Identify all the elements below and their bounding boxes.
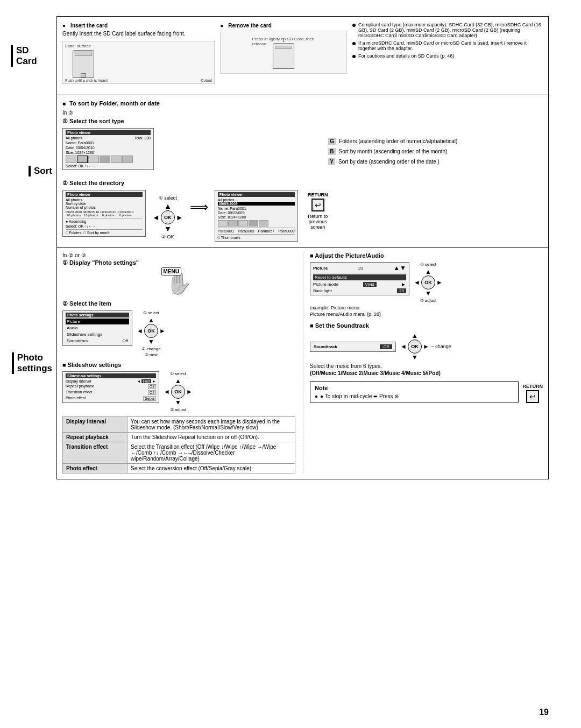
- ps-next-label: ③ next: [145, 352, 158, 357]
- ok-btn-sort[interactable]: OK: [161, 210, 175, 224]
- return-label-right: RETURN: [523, 384, 543, 389]
- ss-display-label: Display interval: [66, 379, 91, 383]
- adj-select-label: ① select: [420, 262, 436, 267]
- display-interval-cell-desc: You can set how many seconds each image …: [127, 417, 295, 433]
- menu-label: MENU: [161, 267, 181, 275]
- ss-arrow-right: ►: [152, 379, 156, 383]
- sort-dir2-thumbnails: □ Thumbnails: [218, 236, 240, 239]
- picture-menu-page: 1/2: [358, 266, 363, 270]
- backlight-label: Back light: [313, 288, 332, 293]
- photo-in-step: In ② or ③: [62, 252, 295, 258]
- transition-desc-cell: Select the Transition effect (Off /Wipe …: [127, 442, 295, 464]
- ss-repeat-label: Repeat playback: [66, 384, 94, 389]
- photosettings-audio: Audio: [66, 325, 129, 331]
- ss-repeat-off: Off: [148, 384, 156, 389]
- photo-effect-desc-cell: Select the conversion effect (Off/Sepia/…: [127, 464, 295, 473]
- soundtrack-label: Soundtrack: [314, 344, 337, 349]
- ss-arrow-left: ◄: [137, 379, 141, 383]
- ss-adjust-label: ② adjust: [170, 407, 187, 412]
- ss-fast: Fast: [141, 379, 151, 383]
- sort-dir-select: Select: OK ↑↓←→: [66, 224, 96, 228]
- sort-dir-num: Number of photos: [66, 206, 143, 209]
- sort-step2-label: ② Select the directory: [62, 180, 543, 187]
- insert-card-label: Insert the card: [70, 23, 108, 29]
- sort-dir2-all: All photos: [218, 198, 295, 202]
- picture-menu-arrows: ▲▼: [393, 264, 406, 272]
- ss-photo-sepia: Sepia: [143, 396, 156, 401]
- photosettings-off: Off: [122, 338, 128, 343]
- note-title: Note: [315, 385, 514, 391]
- photosettings-picture: Picture: [66, 319, 129, 324]
- sort-dir-sortby: Sort by date: [66, 202, 143, 206]
- photo-title: Photo settings: [12, 352, 52, 374]
- sort-screen-name: Name: Para0001: [66, 141, 151, 145]
- repeat-label-cell: Repeat playback: [63, 433, 127, 442]
- return-label: RETURN: [308, 192, 328, 197]
- slideshow-heading: ■ Slideshow settings: [62, 362, 121, 368]
- sort-dir-all: All photos: [66, 198, 143, 202]
- sort-dir2-selected: 09/09/2009: [218, 202, 295, 206]
- sort-dir2-para1: Para0001: [218, 229, 234, 233]
- sort-screen-all: All photos: [66, 136, 82, 140]
- sort-dir-ascending: ● Ascending: [66, 218, 143, 223]
- ps-select-label: ① select: [143, 310, 159, 315]
- sort-dir2-date: Date: 09/22/009: [218, 211, 295, 215]
- soundtrack-select-desc: Select the music from 6 types.: [310, 363, 543, 369]
- note-box: Note ● ● To stop in mid-cycle ➨ Press ⊛: [310, 381, 519, 402]
- return-btn[interactable]: ↩: [311, 199, 324, 211]
- adj-adjust-label: ② adjust: [420, 298, 437, 303]
- sort-dir2-para4: Para0009: [278, 229, 294, 233]
- sdcard-title: SD Card: [11, 45, 52, 67]
- ss-select-label: ① select: [170, 371, 186, 376]
- sort-screen-title: Photo viewer: [66, 130, 151, 135]
- sort-dir-screen1-title: Photo viewer: [66, 192, 143, 197]
- sdcard-bullet3: For cautions and details on SD Cards (p.…: [358, 53, 454, 59]
- sort-screen-total: Total: 230: [134, 136, 151, 140]
- ss-photo-label: Photo effect: [66, 396, 86, 401]
- label-surface-text: Label surface: [65, 44, 91, 48]
- ok-btn-st[interactable]: OK: [408, 340, 422, 354]
- sort-heading: To sort by Folder, month or date: [69, 100, 160, 107]
- slideshow-mock-title: Slideshow settings: [66, 373, 156, 378]
- sort-dir2-name: Name: Para0001: [218, 207, 295, 210]
- return-btn-right[interactable]: ↩: [526, 390, 539, 403]
- ss-trans-off: Off: [148, 390, 156, 395]
- note-stop-text: ● To stop in mid-cycle ➨ Press ⊛: [320, 393, 399, 399]
- photo-effect-label-cell: Photo effect: [63, 464, 127, 473]
- push-until-text: Push until a click is heard: [65, 79, 108, 82]
- sort-dir2-para3: Para0057: [258, 229, 274, 233]
- sort-date-desc: Sort by date (ascending order of the dat…: [338, 159, 440, 165]
- soundtrack-heading: ■ Set the Soundtrack: [310, 322, 369, 329]
- soundtrack-options: (Off/Music 1/Music 2/Music 3/Music 4/Mus…: [310, 370, 543, 376]
- ss-trans-label: Transition effect: [66, 390, 92, 395]
- ok-btn-ss[interactable]: OK: [171, 385, 185, 399]
- sort-dir2-size: Size: 1024×1280: [218, 215, 295, 219]
- sort-dir-sortmonth: □ Sort by month: [84, 231, 111, 235]
- transition-label-cell: Transition effect: [63, 442, 127, 464]
- sort-step1-label: ① Select the sort type: [62, 118, 543, 125]
- example-ref: Picture menu/Audio menu (p. 28): [310, 312, 543, 317]
- repeat-desc-cell: Turn the Slideshow Repeat function on or…: [127, 433, 295, 442]
- sdcard-bullet1: Compliant card type (maximum capacity): …: [358, 22, 543, 38]
- ok-btn-adj[interactable]: OK: [421, 275, 435, 289]
- sort-select-label: ① select: [159, 195, 177, 201]
- insert-card-desc: Gently insert the SD Card label surface …: [62, 31, 215, 37]
- example-label: example: Picture menu: [310, 305, 543, 310]
- picture-reset: Reset to defaults: [313, 274, 406, 280]
- ps-change-label: ② change: [141, 347, 160, 351]
- settings-explanation-table: Display interval You can set how many se…: [62, 416, 295, 473]
- sort-ok-label: ② OK: [161, 234, 174, 239]
- sort-screen-select: Select: OK ↑↓←→: [66, 164, 151, 168]
- soundtrack-off-value: Off: [380, 344, 392, 349]
- adjust-heading: ■ Adjust the Picture/Audio: [310, 252, 384, 259]
- page-number: 19: [539, 708, 549, 717]
- sort-title: Sort: [29, 166, 52, 176]
- display-interval-cell-label: Display interval: [63, 417, 127, 433]
- picture-mode-label: Picture mode: [313, 282, 338, 287]
- ok-btn-ps[interactable]: OK: [144, 324, 158, 338]
- photosettings-slideshow: Slideshow settings: [66, 331, 129, 337]
- sort-month-desc: Sort by month (ascending order of the mo…: [339, 149, 448, 154]
- picture-mode-value: Vivid: [363, 282, 377, 287]
- photo-step2-label: ② Select the item: [62, 300, 295, 307]
- sort-folder-desc: Folders (ascending order of numeric/alph…: [339, 138, 457, 144]
